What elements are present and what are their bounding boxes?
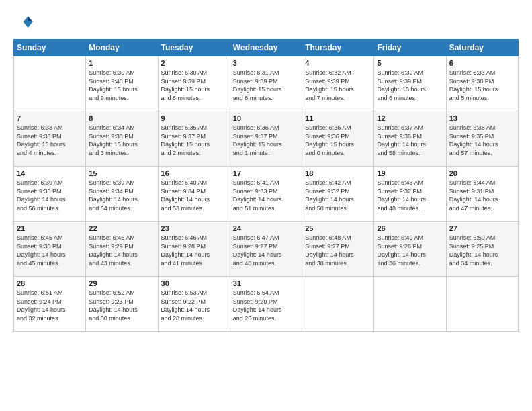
day-content: Sunrise: 6:33 AM Sunset: 9:38 PM Dayligh… (17, 124, 83, 157)
day-content: Sunrise: 6:33 AM Sunset: 9:38 PM Dayligh… (449, 68, 515, 102)
day-number: 8 (89, 114, 154, 122)
week-row-3: 21Sunrise: 6:45 AM Sunset: 9:30 PM Dayli… (14, 222, 519, 277)
svg-marker-1 (28, 16, 33, 21)
calendar-cell: 8Sunrise: 6:34 AM Sunset: 9:38 PM Daylig… (86, 111, 158, 167)
calendar-cell: 7Sunrise: 6:33 AM Sunset: 9:38 PM Daylig… (14, 111, 86, 167)
day-number: 26 (377, 224, 443, 232)
header-row: SundayMondayTuesdayWednesdayThursdayFrid… (14, 40, 519, 56)
day-content: Sunrise: 6:54 AM Sunset: 9:20 PM Dayligh… (233, 289, 299, 322)
logo (13, 13, 34, 32)
day-number: 22 (89, 224, 154, 232)
day-number: 27 (449, 224, 515, 232)
day-content: Sunrise: 6:41 AM Sunset: 9:33 PM Dayligh… (233, 179, 299, 212)
day-number: 2 (161, 59, 227, 67)
logo-icon (15, 13, 34, 32)
day-number: 24 (233, 224, 299, 232)
day-content: Sunrise: 6:32 AM Sunset: 9:39 PM Dayligh… (377, 68, 443, 102)
day-content: Sunrise: 6:38 AM Sunset: 9:35 PM Dayligh… (449, 124, 515, 157)
day-content: Sunrise: 6:46 AM Sunset: 9:28 PM Dayligh… (161, 234, 227, 267)
day-number: 21 (17, 224, 83, 232)
calendar-cell (14, 56, 86, 111)
day-number: 31 (233, 279, 299, 287)
calendar-cell: 14Sunrise: 6:39 AM Sunset: 9:35 PM Dayli… (14, 167, 86, 222)
day-number: 14 (17, 169, 83, 177)
calendar-cell (302, 277, 374, 332)
calendar-cell: 6Sunrise: 6:33 AM Sunset: 9:38 PM Daylig… (446, 56, 518, 111)
day-number: 6 (449, 59, 515, 67)
day-number: 20 (449, 169, 515, 177)
day-content: Sunrise: 6:32 AM Sunset: 9:39 PM Dayligh… (305, 68, 371, 102)
calendar-cell: 17Sunrise: 6:41 AM Sunset: 9:33 PM Dayli… (230, 167, 302, 222)
day-content: Sunrise: 6:44 AM Sunset: 9:31 PM Dayligh… (449, 179, 515, 212)
svg-marker-0 (24, 16, 33, 28)
calendar-cell: 24Sunrise: 6:47 AM Sunset: 9:27 PM Dayli… (230, 222, 302, 277)
calendar-cell: 29Sunrise: 6:52 AM Sunset: 9:23 PM Dayli… (86, 277, 158, 332)
day-content: Sunrise: 6:47 AM Sunset: 9:27 PM Dayligh… (233, 234, 299, 267)
day-number: 23 (161, 224, 227, 232)
week-row-4: 28Sunrise: 6:51 AM Sunset: 9:24 PM Dayli… (14, 277, 519, 332)
calendar-body: 1Sunrise: 6:30 AM Sunset: 9:40 PM Daylig… (14, 56, 519, 332)
day-number: 3 (233, 59, 299, 67)
day-content: Sunrise: 6:50 AM Sunset: 9:25 PM Dayligh… (449, 234, 515, 267)
day-content: Sunrise: 6:36 AM Sunset: 9:37 PM Dayligh… (233, 124, 299, 157)
day-content: Sunrise: 6:30 AM Sunset: 9:40 PM Dayligh… (89, 68, 154, 102)
day-number: 29 (89, 279, 154, 287)
day-content: Sunrise: 6:45 AM Sunset: 9:29 PM Dayligh… (89, 234, 154, 267)
day-content: Sunrise: 6:40 AM Sunset: 9:34 PM Dayligh… (161, 179, 227, 212)
calendar-cell: 20Sunrise: 6:44 AM Sunset: 9:31 PM Dayli… (446, 167, 518, 222)
calendar-cell: 23Sunrise: 6:46 AM Sunset: 9:28 PM Dayli… (158, 222, 230, 277)
calendar-cell: 16Sunrise: 6:40 AM Sunset: 9:34 PM Dayli… (158, 167, 230, 222)
day-content: Sunrise: 6:39 AM Sunset: 9:35 PM Dayligh… (17, 179, 83, 212)
day-number: 15 (89, 169, 154, 177)
header-cell-friday: Friday (374, 40, 446, 56)
day-number: 11 (305, 114, 371, 122)
day-number: 7 (17, 114, 83, 122)
calendar-cell: 15Sunrise: 6:39 AM Sunset: 9:34 PM Dayli… (86, 167, 158, 222)
calendar-header: SundayMondayTuesdayWednesdayThursdayFrid… (14, 40, 519, 56)
calendar-cell: 10Sunrise: 6:36 AM Sunset: 9:37 PM Dayli… (230, 111, 302, 167)
day-content: Sunrise: 6:53 AM Sunset: 9:22 PM Dayligh… (161, 289, 227, 322)
header (13, 13, 519, 32)
header-cell-wednesday: Wednesday (230, 40, 302, 56)
calendar-cell: 27Sunrise: 6:50 AM Sunset: 9:25 PM Dayli… (446, 222, 518, 277)
day-number: 10 (233, 114, 299, 122)
day-number: 1 (89, 59, 154, 67)
header-cell-monday: Monday (86, 40, 158, 56)
day-number: 5 (377, 59, 443, 67)
day-number: 17 (233, 169, 299, 177)
calendar-cell: 26Sunrise: 6:49 AM Sunset: 9:26 PM Dayli… (374, 222, 446, 277)
day-number: 9 (161, 114, 227, 122)
day-content: Sunrise: 6:30 AM Sunset: 9:39 PM Dayligh… (161, 68, 227, 102)
calendar-cell: 19Sunrise: 6:43 AM Sunset: 9:32 PM Dayli… (374, 167, 446, 222)
day-content: Sunrise: 6:39 AM Sunset: 9:34 PM Dayligh… (89, 179, 154, 212)
week-row-1: 7Sunrise: 6:33 AM Sunset: 9:38 PM Daylig… (14, 111, 519, 167)
header-cell-thursday: Thursday (302, 40, 374, 56)
calendar-cell: 22Sunrise: 6:45 AM Sunset: 9:29 PM Dayli… (86, 222, 158, 277)
week-row-0: 1Sunrise: 6:30 AM Sunset: 9:40 PM Daylig… (14, 56, 519, 111)
day-content: Sunrise: 6:52 AM Sunset: 9:23 PM Dayligh… (89, 289, 154, 322)
day-content: Sunrise: 6:36 AM Sunset: 9:36 PM Dayligh… (305, 124, 371, 157)
calendar-cell: 4Sunrise: 6:32 AM Sunset: 9:39 PM Daylig… (302, 56, 374, 111)
calendar-cell: 11Sunrise: 6:36 AM Sunset: 9:36 PM Dayli… (302, 111, 374, 167)
day-content: Sunrise: 6:35 AM Sunset: 9:37 PM Dayligh… (161, 124, 227, 157)
calendar-cell: 28Sunrise: 6:51 AM Sunset: 9:24 PM Dayli… (14, 277, 86, 332)
calendar-cell: 31Sunrise: 6:54 AM Sunset: 9:20 PM Dayli… (230, 277, 302, 332)
calendar-cell: 21Sunrise: 6:45 AM Sunset: 9:30 PM Dayli… (14, 222, 86, 277)
calendar-cell: 2Sunrise: 6:30 AM Sunset: 9:39 PM Daylig… (158, 56, 230, 111)
day-number: 4 (305, 59, 371, 67)
day-content: Sunrise: 6:51 AM Sunset: 9:24 PM Dayligh… (17, 289, 83, 322)
day-number: 12 (377, 114, 443, 122)
day-number: 25 (305, 224, 371, 232)
day-content: Sunrise: 6:49 AM Sunset: 9:26 PM Dayligh… (377, 234, 443, 267)
day-number: 18 (305, 169, 371, 177)
calendar-cell: 18Sunrise: 6:42 AM Sunset: 9:32 PM Dayli… (302, 167, 374, 222)
calendar-cell (374, 277, 446, 332)
calendar-cell: 12Sunrise: 6:37 AM Sunset: 9:36 PM Dayli… (374, 111, 446, 167)
calendar-cell: 9Sunrise: 6:35 AM Sunset: 9:37 PM Daylig… (158, 111, 230, 167)
calendar-table: SundayMondayTuesdayWednesdayThursdayFrid… (13, 39, 519, 332)
calendar-page: SundayMondayTuesdayWednesdayThursdayFrid… (0, 0, 532, 411)
calendar-cell: 25Sunrise: 6:48 AM Sunset: 9:27 PM Dayli… (302, 222, 374, 277)
day-number: 16 (161, 169, 227, 177)
week-row-2: 14Sunrise: 6:39 AM Sunset: 9:35 PM Dayli… (14, 167, 519, 222)
day-content: Sunrise: 6:34 AM Sunset: 9:38 PM Dayligh… (89, 124, 154, 157)
